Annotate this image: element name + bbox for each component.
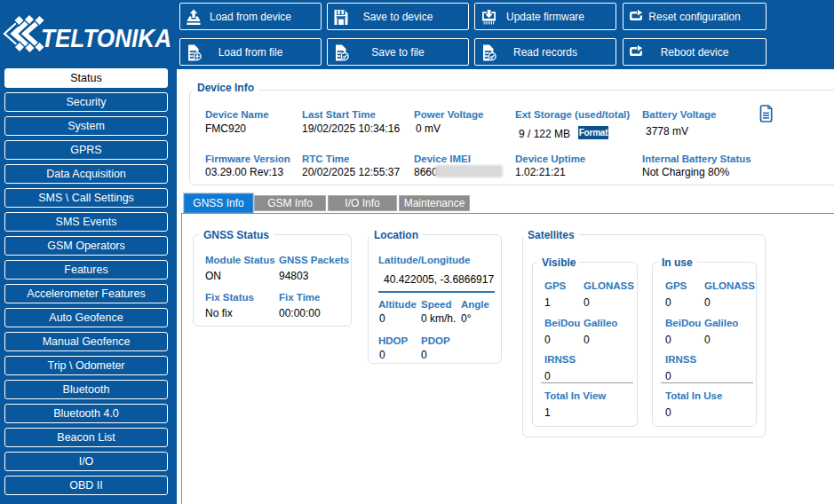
svg-text:TELTONIKA: TELTONIKA bbox=[41, 24, 171, 52]
